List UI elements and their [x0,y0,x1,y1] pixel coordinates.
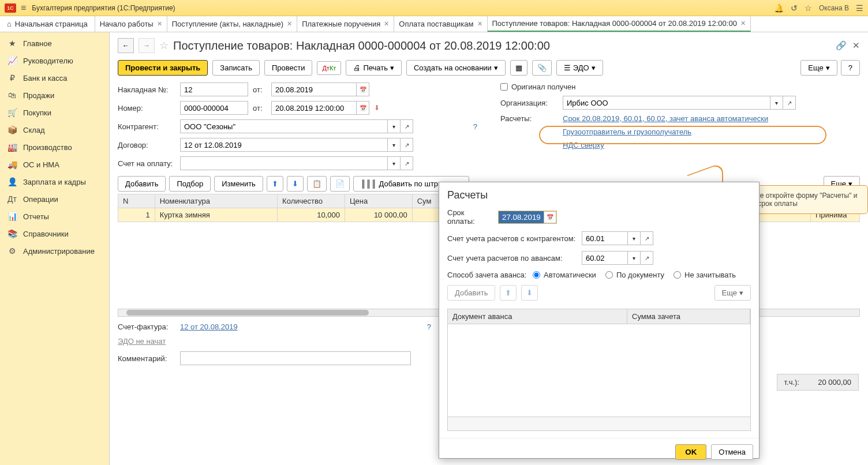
contract-input[interactable] [180,138,388,152]
structure-button[interactable]: ▦ [510,60,527,76]
due-date-input[interactable] [499,211,544,223]
vat-link[interactable]: НДС сверху [563,141,604,149]
edo-button[interactable]: ☰ ЭДО ▾ [556,60,603,76]
star-icon[interactable]: ☆ [805,3,812,13]
invoice-fact-link[interactable]: 12 от 20.08.2019 [180,322,238,331]
col-price[interactable]: Цена [345,194,412,208]
col-n[interactable]: N [118,194,155,208]
chevron-down-icon[interactable]: ▾ [628,231,641,245]
calendar-icon[interactable]: 📅 [357,82,369,96]
help-button[interactable]: ? [841,60,860,76]
nav-main[interactable]: ★Главное [0,35,109,52]
radio-auto[interactable]: Автоматически [533,271,596,279]
bell-icon[interactable]: 🔔 [774,3,784,13]
tab-vendor-pay[interactable]: Оплата поставщикам✕ [394,16,487,32]
close-icon[interactable]: ✕ [287,20,292,28]
post-button[interactable]: Провести [264,60,313,76]
radio-none[interactable]: Не зачитывать [674,271,736,279]
chevron-down-icon[interactable]: ▾ [628,251,641,265]
chevron-down-icon[interactable]: ▾ [388,156,401,170]
link-icon[interactable]: 🔗 [836,40,847,51]
number-input[interactable] [180,101,248,115]
nav-sales[interactable]: 🛍Продажи [0,87,109,104]
nav-production[interactable]: 🏭Производство [0,138,109,156]
col-doc[interactable]: Документ аванса [448,309,627,324]
col-nom[interactable]: Номенклатура [155,194,277,208]
acc2-input[interactable] [582,251,628,265]
comment-input[interactable] [180,351,411,365]
tab-goods-receipt[interactable]: Поступление товаров: Накладная 0000-0000… [488,16,751,32]
shipper-link[interactable]: Грузоотправитель и грузополучатель [563,127,691,136]
paste-button[interactable]: 📄 [330,176,350,192]
invoice-no-input[interactable] [180,82,248,96]
popup-up-button[interactable]: ⬆ [500,285,517,301]
nav-purchases[interactable]: 🛒Покупки [0,104,109,121]
ok-button[interactable]: OK [675,444,706,460]
cancel-button[interactable]: Отмена [711,444,753,460]
move-up-button[interactable]: ⬆ [267,176,283,192]
nav-warehouse[interactable]: 📦Склад [0,121,109,138]
close-icon[interactable]: ✕ [157,20,162,28]
pay-account-input[interactable] [180,156,388,170]
open-icon[interactable]: ↗ [783,96,796,110]
forward-button[interactable]: → [139,38,155,53]
nav-bank[interactable]: ₽Банк и касса [0,69,109,87]
calendar-icon[interactable]: 📅 [357,101,369,115]
close-icon[interactable]: ✕ [384,20,389,28]
calendar-icon[interactable]: 📅 [544,211,556,223]
popup-down-button[interactable]: ⬇ [521,285,538,301]
acc1-input[interactable] [582,231,628,245]
open-icon[interactable]: ↗ [641,251,653,265]
menu-icon[interactable]: ≡ [21,3,26,13]
org-input[interactable] [563,96,770,110]
nav-assets[interactable]: 🚚ОС и НМА [0,156,109,173]
chevron-down-icon[interactable]: ▾ [770,96,783,110]
nav-refs[interactable]: 📚Справочники [0,225,109,242]
change-button[interactable]: Изменить [214,176,263,192]
hint-link[interactable]: ? [473,122,477,131]
post-close-button[interactable]: Провести и закрыть [118,60,208,76]
home-tab[interactable]: ⌂ Начальная страница [0,16,95,32]
nav-manager[interactable]: 📈Руководителю [0,52,109,69]
more-button[interactable]: Еще ▾ [800,60,837,76]
hint-link-2[interactable]: ? [427,322,431,331]
nav-hr[interactable]: 👤Зарплата и кадры [0,173,109,190]
chevron-down-icon[interactable]: ▾ [388,119,401,133]
col-qty[interactable]: Количество [278,194,345,208]
favorite-icon[interactable]: ☆ [159,39,169,52]
contractor-input[interactable] [180,119,388,133]
history-icon[interactable]: ↺ [791,3,798,13]
close-icon[interactable]: ✕ [477,20,482,28]
open-icon[interactable]: ↗ [401,119,413,133]
add-row-button[interactable]: Добавить [118,176,166,192]
print-button[interactable]: 🖨Печать ▾ [346,60,402,76]
move-down-button[interactable]: ⬇ [287,176,304,192]
user-name[interactable]: Оксана В [819,4,849,12]
tab-receipts[interactable]: Поступление (акты, накладные)✕ [167,16,297,32]
col-sum[interactable]: Сумма зачета [627,309,750,324]
original-checkbox[interactable] [500,83,508,91]
copy-button[interactable]: 📋 [307,176,327,192]
popup-more-button[interactable]: Еще ▾ [714,285,751,301]
dt-kt-button[interactable]: ДтКт [317,61,341,75]
open-icon[interactable]: ↗ [401,156,413,170]
write-button[interactable]: Записать [212,60,260,76]
close-icon[interactable]: ✕ [852,40,860,51]
tab-payments[interactable]: Платежные поручения✕ [297,16,394,32]
radio-doc[interactable]: По документу [605,271,664,279]
close-icon[interactable]: ✕ [740,20,746,27]
popup-add-button[interactable]: Добавить [447,285,495,301]
chevron-down-icon[interactable]: ▾ [388,138,401,152]
number-date-input[interactable] [271,101,357,115]
nav-admin[interactable]: ⚙Администрирование [0,242,109,260]
nav-reports[interactable]: 📊Отчеты [0,208,109,225]
open-icon[interactable]: ↗ [641,231,653,245]
nav-operations[interactable]: ДтОперации [0,190,109,208]
tab-start[interactable]: Начало работы✕ [95,16,167,32]
invoice-date-input[interactable] [271,82,357,96]
open-icon[interactable]: ↗ [401,138,413,152]
settlements-link[interactable]: Срок 20.08.2019, 60.01, 60.02, зачет ава… [563,114,768,123]
select-button[interactable]: Подбор [169,176,211,192]
attach-button[interactable]: 📎 [532,60,552,76]
collapse-icon[interactable]: ☰ [856,3,863,13]
